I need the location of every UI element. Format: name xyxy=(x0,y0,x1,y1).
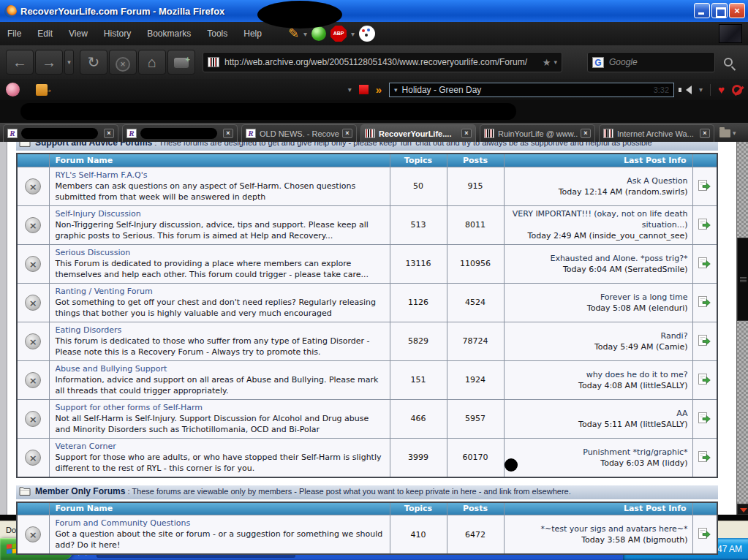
goto-last-post-icon[interactable] xyxy=(698,377,711,387)
scrollbar-thumb[interactable] xyxy=(737,238,748,321)
goto-last-post-icon[interactable] xyxy=(698,183,711,193)
forum-description: Support for those who are adults, or who… xyxy=(56,452,385,474)
forum-status-icon: × xyxy=(25,411,41,427)
search-icon[interactable] xyxy=(724,58,733,67)
goto-last-post-icon[interactable] xyxy=(698,261,711,270)
last-post-title[interactable]: Randi? xyxy=(509,330,688,341)
browser-tab[interactable]: RecoverYourLife.... × xyxy=(360,124,476,142)
tab-overflow-button[interactable]: ▾ xyxy=(719,127,738,139)
addon-green-icon[interactable] xyxy=(311,26,326,41)
colorzilla-palette-icon[interactable] xyxy=(359,26,375,42)
last-post-title[interactable]: why does he do it to me? xyxy=(509,369,688,380)
forum-link[interactable]: RYL's Self-Harm F.A.Q's xyxy=(56,170,385,181)
close-button[interactable]: × xyxy=(729,3,745,18)
last-post-title[interactable]: Forever is a long time xyxy=(509,292,688,303)
search-placeholder[interactable]: Google xyxy=(609,57,638,67)
forum-link[interactable]: Self-Injury Discussion xyxy=(56,208,385,219)
print-button[interactable] xyxy=(167,50,195,75)
volume-icon[interactable] xyxy=(681,86,692,94)
forum-topics-count: 5829 xyxy=(390,322,447,360)
forum-posts-count: 915 xyxy=(447,167,504,205)
menu-history[interactable]: History xyxy=(104,29,131,39)
minimize-button[interactable] xyxy=(694,3,710,18)
menu-tools[interactable]: Tools xyxy=(207,29,227,39)
goto-last-post-icon[interactable] xyxy=(698,338,711,348)
forum-link[interactable]: Eating Disorders xyxy=(56,325,385,336)
url-dropdown-icon[interactable]: ▾ xyxy=(554,58,557,66)
last-post-title[interactable]: VERY IMPORTANT!!! (okay, not on life dea… xyxy=(509,208,688,230)
forum-link[interactable]: Forum and Community Questions xyxy=(56,518,385,529)
now-playing-box[interactable]: ▾ Holiday - Green Day 3:32 xyxy=(389,83,674,97)
goto-last-post-icon[interactable] xyxy=(698,300,711,309)
table-row: × Forum and Community Questions Got a qu… xyxy=(17,515,717,555)
forum-link[interactable]: Serious Discussion xyxy=(56,247,385,258)
forum-link[interactable]: Support for other forms of Self-Harm xyxy=(56,402,385,413)
back-button[interactable]: ← xyxy=(6,50,34,75)
goto-last-post-icon[interactable] xyxy=(698,531,711,541)
browser-tab[interactable]: R OLD NEWS. - Recove... × xyxy=(241,124,357,142)
last-post-time: Today 2:49 AM (inside_you_cannot_see) xyxy=(509,230,688,241)
page-viewport: Support and Advice Forums : These forums… xyxy=(0,135,748,515)
goto-last-post-icon[interactable] xyxy=(698,416,711,425)
scrollbar-down-arrow[interactable] xyxy=(737,504,748,515)
browser-tab[interactable]: RuinYourLife @ www... × xyxy=(480,124,595,142)
menu-file[interactable]: File xyxy=(7,29,21,39)
vertical-scrollbar[interactable] xyxy=(736,135,748,515)
last-post-title[interactable]: Ask A Question xyxy=(509,175,688,186)
bookmarks-toolbar xyxy=(0,100,748,123)
tab-close-icon[interactable]: × xyxy=(342,129,352,138)
menu-bookmarks[interactable]: Bookmarks xyxy=(147,29,191,39)
skip-track-icon[interactable]: » xyxy=(376,85,382,94)
table-row: × Self-Injury Discussion Non-Triggering … xyxy=(17,205,717,244)
last-post-title[interactable]: AA xyxy=(509,408,688,419)
section-title[interactable]: Member Only Forums xyxy=(35,486,125,496)
chevron-down-icon[interactable]: ▾ xyxy=(348,86,352,94)
block-icon[interactable] xyxy=(732,85,742,95)
browser-tab[interactable]: R × xyxy=(3,124,118,142)
stop-button[interactable]: × xyxy=(109,50,137,75)
last-post-title[interactable]: Punishment *trig/graphic* xyxy=(509,447,688,458)
folder-icon[interactable] xyxy=(19,486,31,498)
last-post-title[interactable]: *~test your sigs and avatars here~* xyxy=(509,523,688,534)
tab-close-icon[interactable]: × xyxy=(581,129,591,138)
menu-edit[interactable]: Edit xyxy=(37,29,53,39)
maximize-button[interactable] xyxy=(711,3,728,18)
tab-close-icon[interactable]: × xyxy=(223,129,233,138)
chevron-down-icon[interactable]: ▾ xyxy=(699,86,703,94)
forum-link[interactable]: Ranting / Venting Forum xyxy=(56,286,385,297)
home-button[interactable]: ⌂ xyxy=(138,50,166,75)
heart-icon[interactable]: ♥ xyxy=(718,83,725,96)
reload-button[interactable]: ↻ xyxy=(80,50,107,75)
title-bar[interactable]: RecoverYourLife.com Forum - Mozilla Fire… xyxy=(0,0,748,22)
forum-name-header: Forum Name xyxy=(49,154,390,167)
browser-tab[interactable]: R × xyxy=(122,124,238,142)
goto-last-post-icon[interactable] xyxy=(698,222,711,232)
adblock-plus-icon[interactable]: ABP xyxy=(330,26,347,42)
folder-icon xyxy=(719,129,730,137)
exit-door-icon[interactable] xyxy=(36,84,48,96)
forum-link[interactable]: Veteran Corner xyxy=(56,441,385,452)
goto-last-post-icon[interactable] xyxy=(698,455,711,464)
bookmark-star-icon[interactable]: ★ xyxy=(543,57,551,68)
chevron-down-icon[interactable]: ▾ xyxy=(394,86,398,94)
url-text[interactable]: http://web.archive.org/web/2005112805143… xyxy=(224,57,540,67)
tab-close-icon[interactable]: × xyxy=(104,129,114,138)
pink-badge-icon[interactable] xyxy=(6,83,20,97)
history-dropdown-icon[interactable]: ▾ xyxy=(64,50,74,75)
tab-close-icon[interactable]: × xyxy=(700,129,710,138)
tab-favicon: R xyxy=(7,129,18,138)
tab-close-icon[interactable]: × xyxy=(461,129,472,138)
search-bar[interactable]: G Google xyxy=(587,52,715,72)
forward-button[interactable]: → xyxy=(35,50,63,75)
stop-playback-icon[interactable] xyxy=(359,85,369,94)
google-engine-icon[interactable]: G xyxy=(592,57,604,68)
last-post-title[interactable]: Exhausted and Alone. *poss trig?* xyxy=(509,253,688,264)
menu-view[interactable]: View xyxy=(69,29,88,39)
last-post-time: Today 4:08 AM (littleSALLY) xyxy=(509,380,688,391)
chevron-down-icon[interactable]: ▾ xyxy=(351,30,355,38)
browser-tab[interactable]: Internet Archive Wa... × xyxy=(599,124,714,142)
address-bar[interactable]: http://web.archive.org/web/2005112805143… xyxy=(203,52,562,72)
menu-help[interactable]: Help xyxy=(243,29,262,39)
forum-link[interactable]: Abuse and Bullying Support xyxy=(56,363,385,374)
chevron-down-icon[interactable]: ▾ xyxy=(303,30,307,38)
